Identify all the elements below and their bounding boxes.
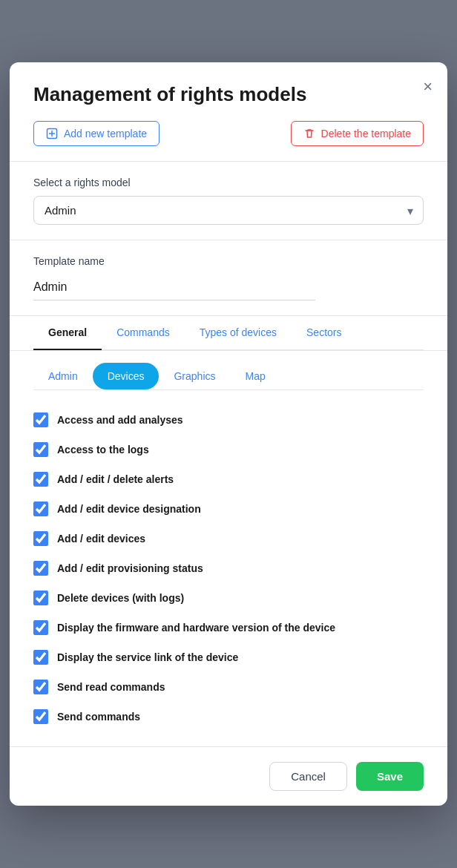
permission-item: Add / edit / delete alerts [33, 464, 424, 494]
permission-item: Access and add analyses [33, 405, 424, 435]
permission-label-5: Add / edit devices [57, 533, 145, 545]
sub-tab-graphics[interactable]: Graphics [159, 363, 230, 389]
sub-tab-devices[interactable]: Devices [93, 363, 160, 389]
modal-footer: Cancel Save [10, 746, 447, 806]
tab-sectors[interactable]: Sectors [292, 316, 356, 350]
permission-item: Send commands [33, 702, 424, 731]
permission-checkbox-5[interactable] [33, 531, 48, 546]
permission-checkbox-4[interactable] [33, 502, 48, 516]
rights-model-select-wrapper: Admin Viewer Operator ▾ [33, 196, 424, 225]
permission-label-10: Send read commands [57, 681, 165, 693]
modal-header: Management of rights models × Add new te… [10, 62, 447, 162]
tab-types-of-devices[interactable]: Types of devices [185, 316, 292, 350]
tabs-section: General Commands Types of devices Sector… [10, 316, 447, 351]
permission-label-9: Display the service link of the device [57, 651, 238, 663]
permission-item: Send read commands [33, 672, 424, 702]
permission-label-8: Display the firmware and hardware versio… [57, 622, 335, 634]
permission-checkbox-10[interactable] [33, 680, 48, 694]
permission-checkbox-6[interactable] [33, 561, 48, 576]
permission-item: Display the service link of the device [33, 642, 424, 672]
permission-checkbox-1[interactable] [33, 412, 48, 427]
save-button[interactable]: Save [356, 762, 424, 791]
permission-label-3: Add / edit / delete alerts [57, 473, 174, 485]
permission-label-4: Add / edit device designation [57, 503, 201, 515]
permission-item: Add / edit devices [33, 524, 424, 553]
tab-commands[interactable]: Commands [102, 316, 185, 350]
permission-label-1: Access and add analyses [57, 414, 183, 426]
plus-icon [46, 128, 58, 139]
template-name-input[interactable] [33, 274, 315, 300]
template-name-label: Template name [33, 255, 424, 267]
permission-checkbox-11[interactable] [33, 709, 48, 724]
permission-label-2: Access to the logs [57, 444, 149, 456]
add-template-button[interactable]: Add new template [33, 121, 160, 146]
permission-item: Access to the logs [33, 435, 424, 464]
sub-tabs-row: Admin Devices Graphics Map [33, 363, 424, 390]
close-button[interactable]: × [423, 79, 433, 95]
permission-item: Add / edit provisioning status [33, 553, 424, 583]
template-name-section: Template name [10, 240, 447, 316]
cancel-button[interactable]: Cancel [269, 762, 347, 791]
permission-checkbox-2[interactable] [33, 442, 48, 457]
tab-general[interactable]: General [33, 316, 102, 350]
permission-checkbox-9[interactable] [33, 650, 48, 665]
permission-item: Display the firmware and hardware versio… [33, 613, 424, 642]
sub-tabs-section: Admin Devices Graphics Map [10, 351, 447, 390]
trash-icon [303, 128, 315, 139]
sub-tab-admin[interactable]: Admin [33, 363, 93, 389]
tabs-row: General Commands Types of devices Sector… [33, 316, 424, 350]
permission-label-7: Delete devices (with logs) [57, 592, 184, 604]
permissions-section: Access and add analyses Access to the lo… [10, 390, 447, 746]
permission-label-11: Send commands [57, 711, 140, 723]
permission-checkbox-8[interactable] [33, 620, 48, 635]
delete-template-button[interactable]: Delete the template [291, 121, 424, 146]
modal-title: Management of rights models [33, 83, 424, 106]
permission-checkbox-3[interactable] [33, 472, 48, 487]
permission-item: Delete devices (with logs) [33, 583, 424, 613]
actions-row: Add new template Delete the template [33, 121, 424, 146]
rights-model-section: Select a rights model Admin Viewer Opera… [10, 162, 447, 240]
rights-model-select[interactable]: Admin Viewer Operator [33, 196, 424, 225]
permission-label-6: Add / edit provisioning status [57, 562, 203, 574]
modal-dialog: Management of rights models × Add new te… [10, 62, 447, 806]
modal-overlay: Management of rights models × Add new te… [0, 0, 457, 868]
select-rights-label: Select a rights model [33, 177, 424, 188]
sub-tab-map[interactable]: Map [231, 363, 280, 389]
permission-checkbox-7[interactable] [33, 591, 48, 605]
permission-item: Add / edit device designation [33, 494, 424, 524]
